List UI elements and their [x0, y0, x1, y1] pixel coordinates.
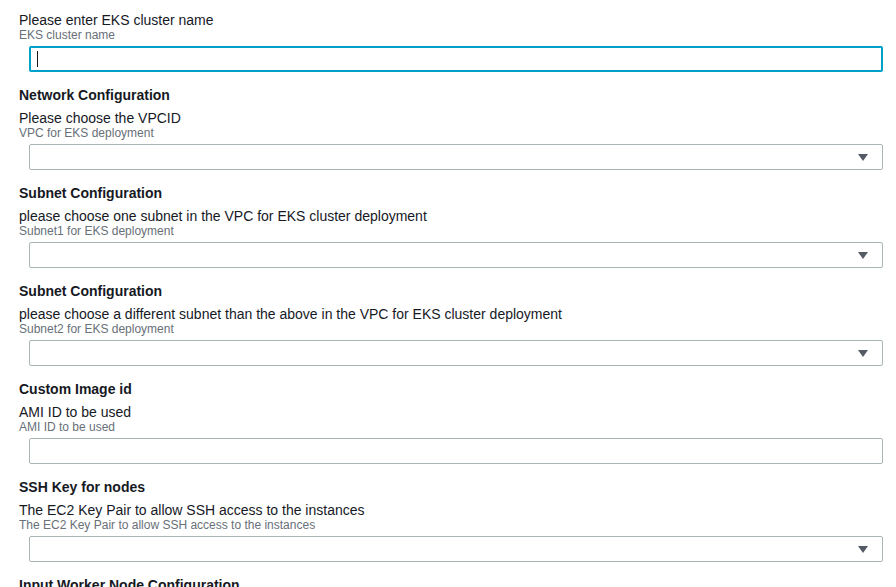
form-field-group: Subnet Configuration please choose one s…	[19, 185, 896, 268]
ssh-key-field	[29, 536, 883, 562]
field-description: The EC2 Key Pair to allow SSH access to …	[19, 518, 896, 532]
form-field-group: Subnet Configuration please choose a dif…	[19, 283, 896, 366]
field-label: please choose one subnet in the VPC for …	[19, 208, 896, 224]
ssh-key-select[interactable]	[29, 536, 883, 562]
form-field-group: Network Configuration Please choose the …	[19, 87, 896, 170]
ami-id-field	[29, 438, 883, 464]
text-cursor	[37, 51, 38, 67]
caret-down-icon	[858, 252, 868, 259]
caret-down-icon	[858, 154, 868, 161]
section-header: Custom Image id	[19, 381, 896, 397]
subnet2-field	[29, 340, 883, 366]
vpc-select[interactable]	[29, 144, 883, 170]
subnet1-select[interactable]	[29, 242, 883, 268]
field-description: Subnet2 for EKS deployment	[19, 322, 896, 336]
field-label: AMI ID to be used	[19, 404, 896, 420]
field-label: Please enter EKS cluster name	[19, 12, 896, 28]
eks-cluster-name-input[interactable]	[29, 46, 883, 72]
parameters-form: Please enter EKS cluster name EKS cluste…	[19, 12, 896, 587]
section-header: Subnet Configuration	[19, 283, 896, 299]
caret-down-icon	[858, 350, 868, 357]
field-label: please choose a different subnet than th…	[19, 306, 896, 322]
section-header: Subnet Configuration	[19, 185, 896, 201]
ami-id-input[interactable]	[29, 438, 883, 464]
vpc-field	[29, 144, 883, 170]
field-description: Subnet1 for EKS deployment	[19, 224, 896, 238]
field-description: AMI ID to be used	[19, 420, 896, 434]
section-header: Network Configuration	[19, 87, 896, 103]
section-header-worker-node: Input Worker Node Configuration	[19, 577, 896, 587]
form-field-group: SSH Key for nodes The EC2 Key Pair to al…	[19, 479, 896, 562]
field-label: The EC2 Key Pair to allow SSH access to …	[19, 502, 896, 518]
field-description: VPC for EKS deployment	[19, 126, 896, 140]
eks-cluster-name-field	[29, 46, 883, 72]
field-label: Please choose the VPCID	[19, 110, 896, 126]
field-description: EKS cluster name	[19, 28, 896, 42]
form-field-group: Please enter EKS cluster name EKS cluste…	[19, 12, 896, 72]
caret-down-icon	[858, 546, 868, 553]
section-header: SSH Key for nodes	[19, 479, 896, 495]
subnet1-field	[29, 242, 883, 268]
form-field-group: Custom Image id AMI ID to be used AMI ID…	[19, 381, 896, 464]
subnet2-select[interactable]	[29, 340, 883, 366]
